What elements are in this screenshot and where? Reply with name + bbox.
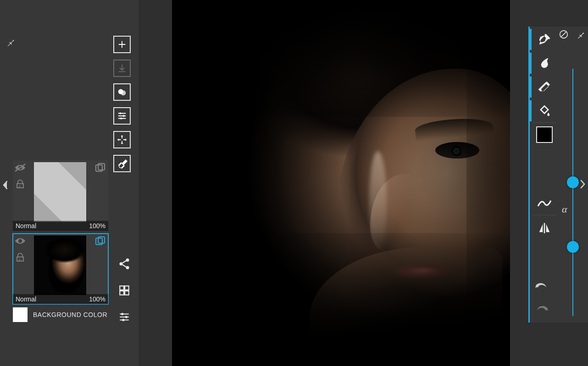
blend-shapes-button[interactable]: [113, 83, 131, 101]
transform-button[interactable]: [113, 131, 131, 148]
svg-point-22: [122, 319, 124, 321]
grid-view-button[interactable]: [116, 282, 133, 299]
svg-point-15: [126, 266, 129, 269]
left-panel: α Normal 100% α: [0, 0, 139, 366]
canvas-painting-lips: [392, 260, 470, 281]
brush-slider-knob-2[interactable]: [567, 241, 579, 253]
disable-icon[interactable]: [559, 29, 569, 41]
svg-point-3: [123, 115, 125, 117]
layer-list: α Normal 100% α: [13, 160, 108, 307]
layer-blend-mode: Normal: [16, 222, 36, 229]
brush-slider-track[interactable]: [572, 69, 573, 316]
pin-panel-icon[interactable]: [4, 35, 17, 49]
svg-text:α: α: [19, 257, 21, 262]
svg-rect-16: [120, 286, 124, 290]
layer-toolbar: [113, 36, 135, 172]
visibility-on-icon[interactable]: [14, 236, 26, 247]
right-panel: α: [528, 27, 588, 322]
smudge-tool[interactable]: [533, 51, 556, 75]
svg-point-13: [126, 258, 129, 262]
svg-point-4: [120, 117, 122, 119]
svg-point-1: [121, 90, 126, 95]
svg-line-24: [561, 32, 567, 38]
svg-point-20: [121, 313, 123, 315]
svg-point-2: [119, 112, 121, 114]
mirror-tool[interactable]: [533, 216, 556, 240]
layer-thumbnail-portrait: [34, 235, 86, 295]
pen-tool[interactable]: [533, 27, 556, 51]
svg-point-14: [120, 262, 123, 266]
svg-point-21: [125, 316, 128, 318]
alpha-lock-icon[interactable]: α: [15, 252, 26, 265]
expand-right-panel-icon[interactable]: [577, 175, 588, 193]
alpha-lock-icon[interactable]: α: [15, 179, 26, 191]
alpha-symbol[interactable]: α: [562, 203, 567, 215]
layer-item[interactable]: α Normal 100%: [13, 160, 108, 231]
svg-point-9: [19, 240, 21, 242]
canvas[interactable]: [172, 0, 510, 366]
svg-rect-18: [120, 291, 124, 295]
canvas-painting-highlight: [369, 151, 387, 252]
canvas-painting-eye: [435, 142, 479, 158]
layer-item[interactable]: α Normal 100%: [13, 234, 108, 304]
add-layer-button[interactable]: [113, 36, 131, 53]
adjust-sliders-button[interactable]: [113, 107, 131, 125]
clip-mask-icon[interactable]: [94, 163, 105, 175]
tool-column: [533, 27, 556, 192]
clear-brush-button[interactable]: [113, 155, 131, 172]
layer-status: Normal 100%: [13, 221, 108, 231]
undo-button[interactable]: [533, 279, 550, 295]
background-color-label: BACKGROUND COLOR: [33, 311, 107, 318]
color-chip[interactable]: [533, 123, 556, 147]
share-button[interactable]: [116, 256, 133, 272]
redo-button[interactable]: [533, 301, 550, 318]
layer-opacity: 100%: [89, 222, 105, 229]
background-color-swatch[interactable]: [13, 307, 28, 322]
visibility-off-icon[interactable]: [14, 163, 26, 174]
layer-blend-mode: Normal: [16, 295, 36, 303]
bucket-tool[interactable]: [533, 99, 556, 123]
settings-sliders-button[interactable]: [116, 309, 133, 325]
collapse-left-panel-icon[interactable]: [0, 176, 11, 194]
stroke-curve-tool[interactable]: [533, 191, 556, 215]
background-color-row[interactable]: BACKGROUND COLOR: [13, 306, 108, 323]
svg-rect-17: [125, 286, 129, 290]
eraser-tool[interactable]: [533, 75, 556, 99]
layer-status: Normal 100%: [13, 294, 108, 304]
layer-opacity: 100%: [89, 295, 105, 303]
svg-text:α: α: [19, 184, 21, 188]
clip-mask-icon[interactable]: [94, 236, 105, 248]
merge-down-button[interactable]: [113, 60, 131, 77]
pin-panel-icon[interactable]: [576, 30, 585, 41]
svg-rect-19: [125, 291, 129, 295]
panel-actions: [113, 256, 135, 325]
layer-thumbnail-transparent: [34, 162, 86, 222]
current-color-swatch: [536, 126, 553, 143]
